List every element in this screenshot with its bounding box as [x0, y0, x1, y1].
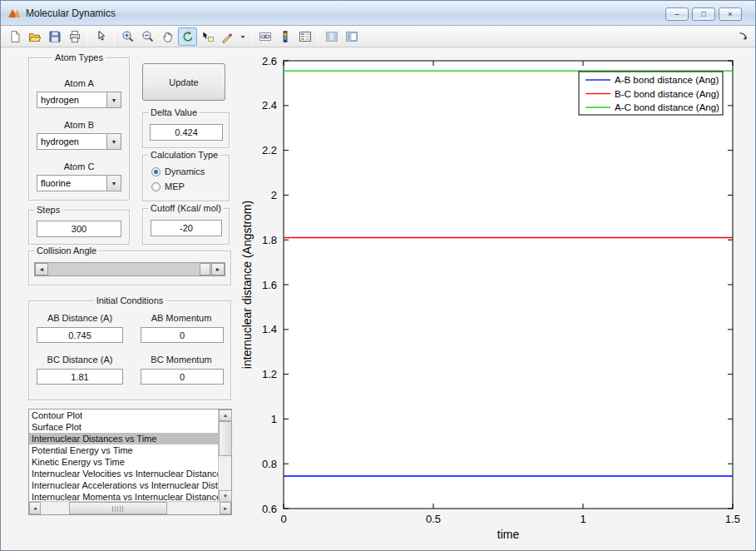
cutoff-panel: Cutoff (Kcal/ mol): [142, 208, 230, 245]
minimize-icon: –: [674, 11, 679, 18]
open-file-button[interactable]: [25, 27, 44, 46]
listbox-horizontal-scrollbar[interactable]: ◄ ►: [29, 501, 231, 514]
vertical-scroll-thumb[interactable]: [219, 421, 232, 456]
atom-b-dropdown[interactable]: hydrogen ▼: [37, 133, 121, 150]
atom-a-label: Atom A: [29, 78, 129, 88]
list-item[interactable]: Internuclear Accelerations vs Internucle…: [29, 479, 219, 491]
insert-colorbar-icon: [279, 30, 292, 43]
cutoff-field[interactable]: [151, 220, 222, 236]
zoom-out-button[interactable]: [138, 27, 157, 46]
scroll-down-icon[interactable]: ▼: [219, 490, 232, 502]
new-file-icon: [8, 30, 22, 43]
delta-value-title: Delta Value: [148, 107, 200, 117]
collision-angle-slider[interactable]: ◄ ►: [34, 262, 225, 276]
slider-right-arrow-icon[interactable]: ►: [211, 263, 225, 276]
maximize-button[interactable]: □: [692, 7, 715, 21]
title-bar[interactable]: Molecular Dynamics – □ ×: [1, 1, 755, 26]
data-cursor-button[interactable]: [198, 27, 217, 46]
link-plot-icon: [259, 30, 272, 43]
y-tick-label: 2: [271, 189, 277, 201]
close-button[interactable]: ×: [719, 7, 742, 21]
toolbar-separator: [87, 29, 88, 44]
list-item[interactable]: Contour Plot: [29, 410, 219, 421]
plot-background: [284, 61, 733, 509]
plot-area[interactable]: 00.511.50.60.811.21.41.61.822.22.42.6A-B…: [238, 47, 755, 550]
y-tick-label: 1: [271, 413, 277, 425]
bc-distance-label: BC Distance (A): [33, 355, 126, 365]
toolbar-separator: [318, 29, 319, 44]
listbox-items: Contour PlotSurface PlotInternuclear Dis…: [29, 410, 219, 502]
close-icon: ×: [728, 11, 732, 18]
data-cursor-icon: [201, 30, 215, 43]
x-axis-label: time: [497, 528, 520, 541]
calculation-type-panel: Calculation Type DynamicsMEP: [142, 155, 230, 201]
save-button[interactable]: [45, 27, 64, 46]
y-tick-label: 2.4: [262, 99, 277, 112]
slider-left-arrow-icon[interactable]: ◄: [35, 263, 48, 276]
show-plot-tools-button[interactable]: [342, 27, 361, 46]
ab-momentum-label: AB Momentum: [136, 313, 227, 323]
legend-label: A-B bond distance (Ang): [615, 75, 719, 85]
brush-button[interactable]: [218, 27, 237, 46]
steps-field[interactable]: [37, 221, 121, 237]
atom-c-label: Atom C: [29, 161, 129, 171]
list-item[interactable]: Internuclear Distances vs Time: [29, 433, 219, 444]
steps-panel: Steps: [28, 210, 130, 245]
brush-icon: [221, 30, 235, 43]
save-icon: [48, 30, 62, 43]
dock-figure-button[interactable]: [736, 29, 751, 44]
radio-option-mep[interactable]: MEP: [151, 181, 185, 191]
radio-button-icon: [151, 182, 161, 191]
zoom-in-icon: [121, 30, 135, 43]
collision-angle-title: Collision Angle: [34, 246, 99, 256]
minimize-button[interactable]: –: [665, 7, 689, 21]
rotate-3d-button[interactable]: [178, 27, 197, 46]
horizontal-scroll-thumb[interactable]: [69, 502, 167, 514]
delta-value-field[interactable]: [150, 124, 223, 141]
scroll-up-icon[interactable]: ▲: [219, 410, 232, 421]
pan-button[interactable]: [158, 27, 177, 46]
list-item[interactable]: Kinetic Energy vs Time: [29, 456, 219, 468]
print-button[interactable]: [65, 27, 84, 46]
scroll-left-icon[interactable]: ◄: [29, 502, 41, 514]
brush-menu-icon: [239, 30, 247, 43]
toolbar-separator: [251, 29, 252, 44]
delta-value-panel: Delta Value: [142, 112, 230, 148]
plot-axes[interactable]: 00.511.50.60.811.21.41.61.822.22.42.6A-B…: [238, 47, 755, 550]
slider-thumb[interactable]: [200, 263, 210, 276]
atom-a-dropdown[interactable]: hydrogen ▼: [37, 92, 121, 108]
hide-plot-tools-button[interactable]: [322, 27, 341, 46]
new-file-button[interactable]: [5, 27, 24, 46]
list-item[interactable]: Internuclear Velocities vs Internuclear …: [29, 468, 219, 479]
radio-label: MEP: [165, 181, 185, 191]
legend-label: B-C bond distance (Ang): [615, 89, 719, 99]
brush-menu-button[interactable]: [238, 27, 248, 46]
toolbar-items: [5, 27, 361, 46]
list-item[interactable]: Potential Energy vs Time: [29, 444, 219, 456]
toolbar-separator: [114, 29, 115, 44]
insert-colorbar-button[interactable]: [275, 27, 294, 46]
update-button[interactable]: Update: [142, 63, 225, 101]
ab-momentum-field[interactable]: [141, 327, 224, 343]
pan-icon: [161, 30, 175, 43]
zoom-in-button[interactable]: [118, 27, 137, 46]
bc-distance-field[interactable]: [37, 369, 123, 385]
insert-legend-icon: [299, 30, 312, 43]
radio-option-dynamics[interactable]: Dynamics: [151, 166, 205, 176]
list-item[interactable]: Surface Plot: [29, 421, 219, 433]
scroll-right-icon[interactable]: ►: [220, 502, 231, 514]
atom-c-dropdown[interactable]: fluorine ▼: [37, 175, 121, 191]
listbox-vertical-scrollbar[interactable]: ▲ ▼: [218, 410, 231, 502]
insert-legend-button[interactable]: [295, 27, 314, 46]
atom-types-panel: Atom Types Atom A hydrogen ▼ Atom B hydr…: [28, 57, 130, 201]
y-tick-label: 1.2: [262, 368, 277, 380]
ab-distance-field[interactable]: [37, 327, 123, 343]
bc-momentum-field[interactable]: [141, 369, 224, 385]
calculation-type-title: Calculation Type: [148, 150, 220, 160]
edit-plot-button[interactable]: [91, 27, 111, 46]
bc-momentum-label: BC Momentum: [136, 355, 227, 365]
x-tick-label: 0: [280, 513, 286, 525]
radio-button-icon: [151, 167, 161, 176]
app-window: Molecular Dynamics – □ × Atom Types Atom…: [0, 0, 756, 551]
link-plot-button[interactable]: [255, 27, 274, 46]
